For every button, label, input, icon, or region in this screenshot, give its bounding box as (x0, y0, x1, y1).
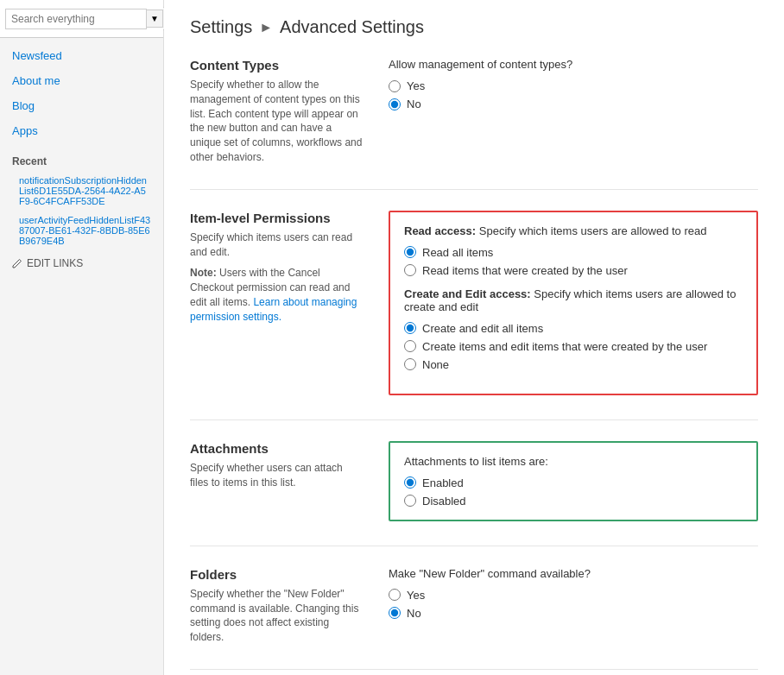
folders-question: Make "New Folder" command available? (389, 567, 758, 580)
folders-radio-group: Yes No (389, 589, 758, 620)
sidebar-item-apps[interactable]: Apps (0, 118, 163, 143)
content-types-no-row[interactable]: No (389, 98, 758, 110)
create-edit-all-radio[interactable] (404, 322, 416, 334)
read-created-by-radio[interactable] (404, 264, 416, 276)
content-types-title: Content Types (190, 58, 363, 73)
sidebar-item-blog[interactable]: Blog (0, 93, 163, 118)
attachments-left: Attachments Specify whether users can at… (190, 441, 363, 521)
folders-yes-label: Yes (407, 589, 425, 602)
create-edit-access-section: Create and Edit access: Specify which it… (404, 287, 743, 371)
folders-no-label: No (407, 607, 421, 620)
attachments-title: Attachments (190, 441, 363, 456)
item-permissions-desc: Specify which items users can read and e… (190, 230, 363, 260)
create-edit-all-row[interactable]: Create and edit all items (404, 322, 743, 335)
content-types-yes-label: Yes (407, 79, 425, 92)
item-permissions-left: Item-level Permissions Specify which ite… (190, 211, 363, 395)
folders-right: Make "New Folder" command available? Yes… (389, 567, 758, 645)
content-types-no-label: No (407, 98, 421, 110)
sidebar-item-about-me[interactable]: About me (0, 68, 163, 93)
attachments-radio-group: Enabled Disabled (404, 476, 743, 508)
read-all-label: Read all items (422, 246, 493, 259)
folders-section: Folders Specify whether the "New Folder"… (190, 567, 758, 645)
attachments-right: Attachments to list items are: Enabled D… (389, 441, 758, 521)
edit-links-label: EDIT LINKS (27, 257, 83, 269)
attachments-enabled-label: Enabled (422, 476, 464, 489)
attachments-enabled-radio[interactable] (404, 476, 416, 489)
sidebar: ▼ Newsfeed About me Blog Apps Recent not… (0, 0, 164, 675)
attachments-enabled-row[interactable]: Enabled (404, 476, 743, 489)
page-title: Advanced Settings (280, 17, 424, 37)
attachments-desc: Specify whether users can attach files t… (190, 461, 363, 490)
read-access-radio-group: Read all items Read items that were crea… (404, 246, 743, 277)
item-permissions-section: Item-level Permissions Specify which ite… (190, 211, 758, 395)
content-types-section: Content Types Specify whether to allow t… (190, 58, 758, 165)
content-types-yes-row[interactable]: Yes (389, 79, 758, 92)
read-access-section: Read access: Specify which items users a… (404, 224, 743, 277)
folders-yes-row[interactable]: Yes (389, 589, 758, 602)
create-edit-none-row[interactable]: None (404, 358, 743, 371)
read-created-by-row[interactable]: Read items that were created by the user (404, 264, 743, 277)
attachments-section: Attachments Specify whether users can at… (190, 441, 758, 521)
recent-item-1[interactable]: notificationSubscriptionHiddenList6D1E55… (0, 171, 163, 211)
content-types-radio-group: Yes No (389, 79, 758, 110)
edit-links-button[interactable]: EDIT LINKS (0, 250, 163, 276)
content-types-question: Allow management of content types? (389, 58, 758, 71)
recent-label: Recent (0, 148, 163, 171)
search-bar: ▼ (0, 0, 163, 38)
attachments-question: Attachments to list items are: (404, 455, 743, 468)
create-edit-label: Create and Edit access: (404, 287, 531, 300)
settings-label: Settings (190, 17, 252, 37)
read-access-question: Read access: Specify which items users a… (404, 224, 743, 237)
content-types-right: Allow management of content types? Yes N… (389, 58, 758, 165)
attachments-disabled-row[interactable]: Disabled (404, 495, 743, 508)
breadcrumb: Settings ► Advanced Settings (190, 17, 758, 37)
folders-desc: Specify whether the "New Folder" command… (190, 587, 363, 645)
create-edit-own-row[interactable]: Create items and edit items that were cr… (404, 340, 743, 353)
search-input[interactable] (5, 9, 147, 29)
read-access-desc-text: Specify which items users are allowed to… (479, 224, 707, 237)
content-types-yes-radio[interactable] (389, 80, 401, 92)
sidebar-item-newsfeed[interactable]: Newsfeed (0, 43, 163, 68)
search-dropdown-button[interactable]: ▼ (147, 9, 163, 28)
item-permissions-box: Read access: Specify which items users a… (389, 211, 758, 395)
create-edit-none-radio[interactable] (404, 358, 416, 370)
read-created-by-label: Read items that were created by the user (422, 264, 628, 277)
folders-no-radio[interactable] (389, 607, 401, 619)
attachments-box: Attachments to list items are: Enabled D… (389, 441, 758, 521)
create-edit-own-radio[interactable] (404, 340, 416, 352)
create-edit-own-label: Create items and edit items that were cr… (422, 340, 707, 353)
attachments-disabled-radio[interactable] (404, 495, 416, 507)
item-permissions-note: Note: Users with the Cancel Checkout per… (190, 266, 363, 324)
read-all-radio[interactable] (404, 246, 416, 258)
nav-items: Newsfeed About me Blog Apps (0, 38, 163, 148)
content-types-no-radio[interactable] (389, 98, 401, 110)
attachments-disabled-label: Disabled (422, 495, 466, 508)
folders-yes-radio[interactable] (389, 589, 401, 601)
item-permissions-title: Item-level Permissions (190, 211, 363, 225)
create-edit-all-label: Create and edit all items (422, 322, 543, 335)
read-all-row[interactable]: Read all items (404, 246, 743, 259)
read-access-label: Read access: (404, 224, 476, 237)
breadcrumb-arrow: ► (259, 20, 273, 35)
folders-no-row[interactable]: No (389, 607, 758, 620)
create-edit-radio-group: Create and edit all items Create items a… (404, 322, 743, 371)
note-label: Note: (190, 267, 217, 279)
main-content: Settings ► Advanced Settings Content Typ… (164, 0, 784, 675)
content-types-left: Content Types Specify whether to allow t… (190, 58, 363, 165)
create-edit-question: Create and Edit access: Specify which it… (404, 287, 743, 313)
recent-item-2[interactable]: userActivityFeedHiddenListF4387007-BE61-… (0, 211, 163, 250)
content-types-desc: Specify whether to allow the management … (190, 78, 363, 165)
create-edit-none-label: None (422, 358, 449, 371)
pencil-icon (12, 258, 22, 268)
folders-left: Folders Specify whether the "New Folder"… (190, 567, 363, 645)
folders-title: Folders (190, 567, 363, 582)
item-permissions-right: Read access: Specify which items users a… (389, 211, 758, 395)
